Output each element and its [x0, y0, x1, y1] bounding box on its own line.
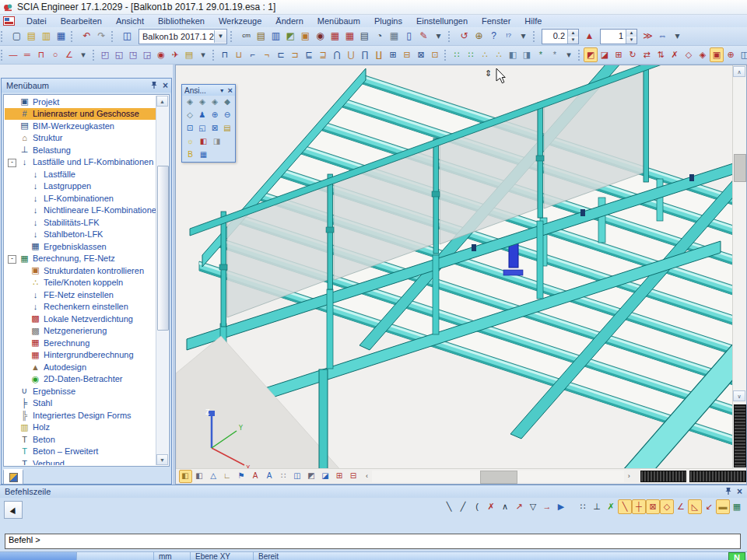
spinner-down-icon[interactable]: ▼ [568, 37, 578, 44]
tree-item-lokale-netzverdichtung[interactable]: ▩Lokale Netzverdichtung [5, 313, 156, 325]
render-wireframe-icon[interactable]: ◧ [179, 470, 192, 483]
view-direction-icon[interactable]: ◇ [184, 109, 196, 122]
window-copy-icon[interactable]: ◰ [98, 47, 112, 62]
menu-werkzeuge[interactable]: Werkzeuge [212, 16, 268, 26]
delete-node-icon[interactable]: ✗ [668, 47, 682, 62]
tree-item-linienraster-und-geschosse[interactable]: #Linienraster und Geschosse [5, 108, 156, 121]
snap-intersection-icon[interactable]: ⊠ [646, 499, 660, 514]
tree-expander-icon[interactable]: - [8, 159, 16, 167]
window-paste-icon[interactable]: ◳ [126, 47, 140, 62]
view-parameters-icon[interactable]: ◪ [319, 470, 332, 483]
viewport-vertical-scrollbar[interactable]: ∧ ∨ [732, 65, 746, 469]
ortho-mode-icon[interactable]: ⊥ [590, 499, 604, 514]
scroll-down-icon[interactable]: ∨ [733, 390, 745, 401]
tree-item-struktur[interactable]: ⌂Struktur [5, 132, 156, 145]
deselect-nodes-icon[interactable]: ◪ [598, 47, 612, 62]
table-edit-geometry-icon[interactable]: ▣ [710, 47, 724, 62]
document-new-icon[interactable]: ▯ [402, 29, 416, 44]
check-dimensions-icon[interactable]: !? [501, 29, 516, 44]
regenerate-all-icon[interactable]: * [548, 47, 562, 62]
check-structure-icon[interactable]: ? [486, 29, 501, 44]
project-combo[interactable]: Balkon1b 2017.1 2 ▼ [139, 29, 227, 44]
labels-display-icon[interactable]: ⚑ [235, 470, 248, 483]
new-plate-icon[interactable]: ⊑ [302, 47, 316, 62]
tree-item-projekt[interactable]: ▣Projekt [5, 96, 156, 108]
scale-spinner[interactable]: 1 ▲▼ [600, 29, 637, 44]
new-arc-icon[interactable]: ( [470, 499, 484, 514]
tree-item-berechnung-fe-netz[interactable]: -▦Berechnung, FE-Netz [5, 253, 156, 265]
new-truss-icon[interactable]: ∐ [372, 47, 386, 62]
snap-general-icon[interactable]: ↙ [702, 499, 716, 514]
center-view-icon[interactable]: ⊕ [724, 47, 738, 62]
fly-mode-icon[interactable]: ✈ [168, 47, 182, 62]
tree-item-hintergrundberechnung[interactable]: ▦Hintergrundberechnung [5, 349, 156, 362]
tree-item-lastfälle-und-lf-kombinationen[interactable]: -↓Lastfälle und LF-Kombinationen [5, 156, 156, 169]
new-line-icon[interactable]: ╲ [442, 499, 456, 514]
tree-expander-icon[interactable]: - [8, 255, 16, 264]
snap-line-grid-icon[interactable]: ▬ [716, 499, 730, 514]
menu-bibliotheken[interactable]: Bibliotheken [151, 16, 212, 26]
tree-item-nichtlineare-lf-kombinationen[interactable]: ↓Nichtlineare LF-Kombinationen [5, 205, 156, 217]
grid-display-icon[interactable]: ⊟ [347, 470, 360, 483]
scrollbar-thumb[interactable] [157, 166, 169, 331]
shrink-members-icon[interactable]: ⊞ [333, 470, 346, 483]
zoom-selection-icon[interactable]: ⊠ [209, 122, 221, 135]
new-cross-beam-icon[interactable]: ∏ [358, 47, 372, 62]
status-units[interactable]: mm [154, 552, 191, 560]
open-project-icon[interactable]: ▤ [24, 29, 39, 44]
load-scale-icon[interactable]: ≫ [640, 29, 655, 44]
new-opening-icon[interactable]: ⊐ [288, 47, 302, 62]
snap-dialog-icon[interactable]: ▦ [730, 499, 744, 514]
menu-hilfe[interactable]: Hilfe [517, 16, 549, 26]
pointer-mode-icon[interactable]: ▶ [554, 499, 568, 514]
select-nodes-icon[interactable]: ◩ [584, 47, 598, 62]
calculator-icon[interactable]: ▦ [387, 29, 402, 44]
tree-item-2d-daten-betrachter[interactable]: ◉2D-Daten-Betrachter [5, 373, 156, 386]
supports-display-icon[interactable]: ∟ [221, 470, 234, 483]
tree-item-belastung[interactable]: ⊥Belastung [5, 144, 156, 156]
menu-fenster[interactable]: Fenster [475, 16, 517, 26]
new-polyline-icon[interactable]: ╱ [456, 499, 470, 514]
walk-through-icon[interactable]: ♟ [196, 109, 209, 122]
paste-properties-icon[interactable]: ◨ [520, 47, 534, 62]
scroll-down-icon[interactable]: ▼ [156, 454, 168, 465]
transparency-icon[interactable]: ▲ [582, 29, 597, 44]
tree-item-stahl[interactable]: ╞Stahl [5, 397, 156, 410]
clipboard-icon[interactable]: ▣ [298, 29, 313, 44]
light-settings-icon[interactable]: ☼ [184, 135, 197, 149]
tree-item-integriertes-design-forms[interactable]: ╠Integriertes Design Forms [5, 409, 156, 422]
tree-item-strukturdaten-kontrollieren[interactable]: ▣Strukturdaten kontrollieren [5, 264, 156, 277]
menu-bearbeiten[interactable]: Bearbeiten [54, 16, 109, 26]
snap-tangent-icon[interactable]: ∠ [674, 499, 688, 514]
new-arbitrary-icon[interactable]: ⊞ [386, 47, 400, 62]
transparency-spinner[interactable]: 0.2 ▲▼ [542, 29, 579, 44]
draw-rectangle-icon[interactable]: ⊓ [34, 47, 48, 62]
save-icon[interactable]: ▦ [54, 29, 68, 44]
toolbar-overflow-icon[interactable]: ▾ [516, 29, 531, 44]
print-icon[interactable]: ▤ [357, 29, 372, 44]
palette-titlebar[interactable]: Ansi... ▼ × [182, 85, 235, 96]
toolbar-overflow-icon[interactable]: ▾ [76, 47, 90, 62]
cut-member-icon[interactable]: ◇ [682, 47, 696, 62]
draw-parallel-icon[interactable]: ═ [20, 47, 34, 62]
delete-geometry-icon[interactable]: ✗ [484, 499, 498, 514]
project-manager-icon[interactable]: ◫ [120, 29, 135, 44]
move-node-icon[interactable]: ⊞ [612, 47, 626, 62]
workflow-icon[interactable]: ↺ [457, 29, 472, 44]
redo-icon[interactable]: ↷ [94, 29, 109, 44]
new-project-icon[interactable]: ▢ [9, 29, 24, 44]
tree-item-lastfälle[interactable]: ↓Lastfälle [5, 168, 156, 180]
tree-item-ergebnisklassen[interactable]: ▦Ergebnisklassen [5, 240, 156, 253]
3d-viewport[interactable]: Z X Y ⇕ Ansi... ▼ × ◈◈◈◆ ◇♟⊕⊖ [175, 65, 747, 485]
scrollbar-thumb[interactable] [734, 154, 746, 182]
rendering-options-icon[interactable]: ◩ [305, 470, 318, 483]
scrollbar-thumb[interactable] [480, 471, 517, 484]
snap-endpoint-icon[interactable]: ╲ [618, 499, 632, 514]
tree-item-lastgruppen[interactable]: ↓Lastgruppen [5, 180, 156, 193]
spinner-up-icon[interactable]: ▲ [568, 30, 578, 37]
zoom-in-icon[interactable]: ⊕ [209, 109, 221, 122]
scroll-left-icon[interactable]: ‹ [362, 471, 372, 482]
perspective-icon[interactable]: △ [207, 470, 220, 483]
view-axo-1-icon[interactable]: ◈ [184, 96, 196, 109]
tree-item-ergebnisse[interactable]: ∪Ergebnisse [5, 385, 156, 397]
